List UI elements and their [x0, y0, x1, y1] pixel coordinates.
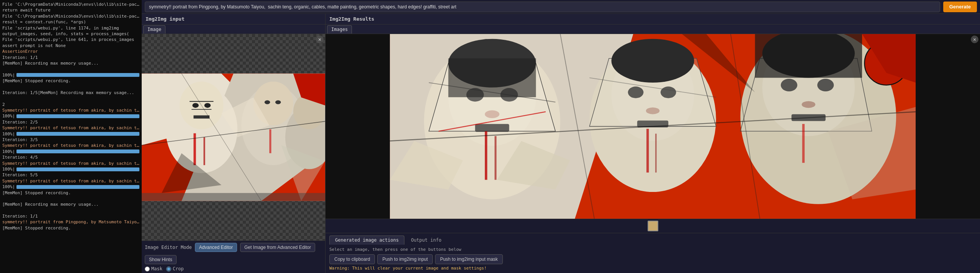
tab-output-info[interactable]: Output info [405, 236, 447, 245]
terminal-line: Iteration: 5/5 [2, 172, 139, 178]
terminal-line: 2 [2, 102, 139, 107]
svg-rect-41 [494, 136, 496, 180]
img2img-results-tab-bar: Images [326, 24, 980, 34]
terminal-line: Symmetry!! portrait of tetsuo from akira… [2, 161, 139, 166]
terminal-line: [MemMon] Stopped recording. [2, 78, 139, 84]
progress-bar [16, 132, 139, 136]
terminal-panel: File 'C:\ProgramData\Miniconda3\envs\ldo… [0, 0, 142, 273]
terminal-line: File 'C:\ProgramData\Miniconda3\envs\ldo… [2, 13, 139, 19]
tab-generated-image-actions[interactable]: Generated image actions [329, 236, 404, 245]
copy-to-clipboard-button[interactable]: Copy to clipboard [329, 254, 375, 264]
main-content: symmetry!! portrait from Pingpong, by Ma… [142, 0, 980, 273]
terminal-line: output_images, seed, info, stats = proce… [2, 31, 139, 37]
svg-rect-17 [193, 115, 209, 119]
img2img-input-tab-bar: Image [142, 24, 325, 34]
terminal-line: result = context.run(func, *args) [2, 19, 139, 25]
progress-label: 100%| [2, 184, 15, 190]
terminal-line: assert prompt is not None [2, 43, 139, 49]
progress-bar-wrap: 100%| [2, 131, 139, 137]
svg-point-18 [265, 100, 270, 104]
crop-radio[interactable] [166, 266, 171, 271]
tab-image[interactable]: Image [143, 25, 165, 34]
terminal-line: Iteration: 2/5 [2, 119, 139, 125]
prompt-bar: symmetry!! portrait from Pingpong, by Ma… [142, 0, 980, 14]
img2img-input-panel: Img2Img input Image [142, 14, 326, 273]
terminal-line: [MemMon] Recording max memory usage... [2, 60, 139, 66]
mask-label: Mask [151, 266, 162, 271]
terminal-line: return await future [2, 7, 139, 13]
close-input-image-button[interactable]: × [316, 36, 324, 43]
image-editor-mode-label: Image Editor Mode [145, 245, 192, 250]
terminal-line: File 'scripts/webui.py', line 641, in pr… [2, 37, 139, 42]
color-swatch[interactable] [648, 221, 658, 231]
svg-rect-40 [485, 131, 487, 180]
show-hints-button[interactable]: Show Hints [145, 255, 177, 264]
progress-bar-wrap: 100%| [2, 113, 139, 119]
progress-label: 100%| [2, 149, 15, 154]
mask-radio-label[interactable]: Mask [145, 266, 162, 271]
generate-button[interactable]: Generate [943, 2, 977, 12]
mask-crop-row: Mask Crop [142, 266, 325, 273]
svg-rect-64 [802, 124, 805, 163]
result-image [326, 34, 980, 219]
img2img-results-header: Img2Img Results [326, 14, 980, 24]
terminal-line: [MemMon] Recording max memory usage... [2, 202, 139, 207]
progress-label: 100%| [2, 72, 15, 78]
svg-rect-54 [646, 129, 649, 172]
tab-images[interactable]: Images [327, 25, 352, 34]
prompt-input[interactable]: symmetry!! portrait from Pingpong, by Ma… [145, 2, 940, 12]
terminal-line [2, 208, 139, 213]
result-image-container: × [326, 34, 980, 219]
push-to-img2img-mask-button[interactable]: Push to img2img input mask [435, 254, 503, 264]
svg-point-15 [192, 103, 199, 107]
svg-rect-43 [448, 58, 536, 98]
warning-text: Warning: This will clear your current im… [329, 266, 976, 271]
progress-bar-wrap: 100%| [2, 166, 139, 172]
terminal-line: Symmetry!! portrait of tetsuo from akira… [2, 125, 139, 131]
svg-point-19 [275, 100, 281, 104]
terminal-line [2, 96, 139, 101]
results-tabs: Generated image actions Output info [329, 236, 976, 245]
terminal-line: symmetry!! portrait from Pingpong, by Ma… [2, 219, 139, 225]
terminal-line [2, 84, 139, 89]
input-image [142, 34, 325, 240]
terminal-line: File 'scripts/webui.py', line 1174, in i… [2, 25, 139, 31]
close-result-image-button[interactable]: × [971, 36, 978, 43]
svg-rect-27 [142, 193, 325, 201]
terminal-line [2, 196, 139, 202]
progress-label: 100%| [2, 113, 15, 119]
advanced-editor-button[interactable]: Advanced Editor [195, 243, 237, 252]
svg-point-16 [204, 103, 211, 107]
progress-bar-wrap: 100%| [2, 149, 139, 154]
terminal-line: Iteration: 3/5 [2, 137, 139, 143]
push-to-img2img-button[interactable]: Push to img2img input [377, 254, 433, 264]
terminal-line: Iteration: 1/5[MemMon] Recording max mem… [2, 90, 139, 96]
terminal-line: Symmetry!! portrait of tetsuo from akira… [2, 178, 139, 184]
get-image-from-advanced-editor-button[interactable]: Get Image from Advanced Editor [240, 243, 315, 252]
crop-label: Crop [173, 266, 184, 271]
results-buttons-row: Copy to clipboard Push to img2img input … [329, 254, 976, 264]
terminal-line: [MemMon] Stopped recording. [2, 190, 139, 196]
progress-bar [16, 73, 139, 77]
input-image-container: × [142, 34, 325, 240]
mask-radio[interactable] [145, 266, 150, 271]
progress-bar [16, 114, 139, 118]
img2img-input-toolbar: Image Editor Mode Advanced Editor Get Im… [142, 240, 325, 266]
progress-bar-wrap: 100%| [2, 184, 139, 190]
svg-rect-11 [203, 137, 205, 165]
terminal-line: Iteration: 1/1 [2, 55, 139, 60]
svg-rect-12 [269, 129, 271, 153]
terminal-line: Iteration: 4/5 [2, 154, 139, 160]
progress-bar-wrap: 100%| [2, 72, 139, 78]
progress-bar [16, 167, 139, 171]
progress-label: 100%| [2, 166, 15, 172]
progress-bar [16, 185, 139, 189]
terminal-line: AssertionError [2, 49, 139, 54]
progress-bar [16, 150, 139, 153]
terminal-line: File 'C:\ProgramData\Miniconda3\envs\ldo… [2, 2, 139, 7]
terminal-line: [MemMon] Stopped recording. [2, 225, 139, 231]
svg-point-56 [611, 39, 694, 83]
terminal-line: Symmetry!! portrait of tetsuo from akira… [2, 107, 139, 113]
progress-label: 100%| [2, 131, 15, 137]
crop-radio-label[interactable]: Crop [166, 266, 184, 271]
